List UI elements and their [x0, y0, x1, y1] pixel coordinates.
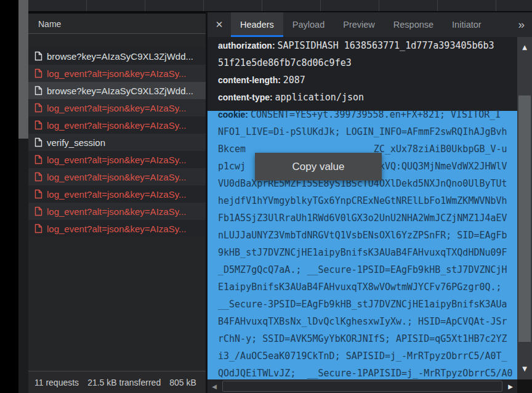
file-icon — [34, 189, 42, 199]
cookie-line: rChN-y; SSID=AVK5MGyYbKORJNIfS; APISID=q… — [208, 330, 517, 347]
scroll-down-icon[interactable]: ▼ — [517, 363, 532, 373]
details-vertical-scrollbar[interactable]: ▲ ▼ — [517, 37, 532, 379]
file-icon — [34, 103, 42, 113]
cookie-line: NFO1_LIVE=Di-pSlUKdJk; LOGIN_INFO=AFmmF2… — [208, 123, 517, 140]
request-name: log_event?alt=json&key=AIzaSy... — [47, 206, 187, 217]
file-icon — [34, 155, 42, 164]
request-name: log_event?alt=json&key=AIzaSy... — [47, 103, 187, 113]
request-name: browse?key=AIzaSyC9XL3ZjWdd... — [47, 51, 193, 62]
file-icon — [34, 172, 42, 182]
file-icon — [34, 224, 42, 233]
request-name: log_event?alt=json&key=AIzaSy... — [47, 68, 187, 79]
file-icon — [34, 51, 42, 61]
details-horizontal-scrollbar[interactable]: ◀ ▶ — [208, 379, 517, 393]
tab-label: Response — [393, 20, 433, 30]
header-value: 51f21e5de86fb7c8d06c9fe3 — [218, 57, 352, 68]
scrollbar-corner — [517, 379, 532, 393]
request-details-panel: ✕ Headers Payload Preview Response Initi… — [208, 12, 532, 393]
table-row[interactable]: log_event?alt=json&key=AIzaSy... — [28, 116, 206, 134]
headers-content: authorization: SAPISIDHASH 1638563771_1d… — [208, 37, 517, 379]
context-menu-copy-value[interactable]: Copy value — [255, 153, 382, 180]
header-name: authorization: — [218, 41, 277, 51]
scroll-up-icon[interactable]: ▲ — [517, 42, 532, 52]
file-icon — [34, 120, 42, 130]
cookie-line: _D5MZ7gQcQ7aA.; __Secure-1PSID=EAgFb9kHB… — [208, 261, 517, 278]
table-row[interactable]: log_event?alt=json&key=AIzaSy... — [28, 65, 206, 82]
page-scrollbar-thumb[interactable] — [18, 0, 28, 139]
more-tabs-icon[interactable]: » — [518, 12, 525, 37]
left-black-margin — [0, 0, 18, 393]
tab-label: Payload — [292, 20, 324, 30]
request-rows: browse?key=AIzaSyC9XL3ZjWdd... log_event… — [28, 47, 206, 237]
cookie-line: Fb1A5SjZ3UlRraUh1RWd6V0lGX3o2UnU2NHA2WmJ… — [208, 209, 517, 227]
request-name: log_event?alt=json&key=AIzaSy... — [47, 189, 187, 200]
transferred-size: 21.5 kB transferred — [87, 378, 161, 387]
network-request-panel: Name browse?key=AIzaSyC9XL3ZjWdd... log_… — [28, 12, 206, 393]
request-name: verify_session — [47, 137, 105, 148]
tab-initiator[interactable]: Initiator — [443, 12, 491, 37]
header-name: content-length: — [218, 75, 283, 85]
header-line-content-length: content-length: 2087 — [208, 71, 517, 89]
request-name: log_event?alt=json&key=AIzaSy... — [47, 120, 187, 131]
header-name: cookie: — [218, 110, 251, 120]
details-tab-bar: ✕ Headers Payload Preview Response Initi… — [208, 12, 532, 37]
header-line-content-type: content-type: application/json — [208, 89, 517, 106]
header-line-authorization-wrap: 51f21e5de86fb7c8d06c9fe3 — [208, 54, 517, 71]
resources-size: 805 kB — [169, 378, 196, 387]
tab-label: Initiator — [452, 20, 482, 30]
request-name: browse?key=AIzaSyC9XL3ZjWdd... — [47, 86, 193, 96]
tab-payload[interactable]: Payload — [283, 12, 334, 37]
file-icon — [34, 68, 42, 78]
network-overview-strip[interactable] — [28, 0, 532, 12]
file-icon — [34, 206, 42, 216]
cookie-line: cookie: CONSENT=YES+yt.399739558.en+FX+8… — [208, 106, 517, 123]
request-name: log_event?alt=json&key=AIzaSy... — [47, 155, 187, 165]
cookie-value: CONSENT=YES+yt.399739558.en+FX+821; VISI… — [251, 109, 501, 120]
header-value: application/json — [275, 92, 365, 103]
vertical-scrollbar-thumb[interactable] — [518, 95, 531, 342]
tab-label: Preview — [343, 20, 375, 30]
file-icon — [34, 137, 42, 147]
scroll-left-icon[interactable]: ◀ — [208, 379, 221, 393]
tab-response[interactable]: Response — [384, 12, 443, 37]
cookie-line: B4FAHvuxqTXBsNx_lDvQclKghesxwIyXw.; HSID… — [208, 313, 517, 330]
tab-label: Headers — [240, 20, 274, 30]
cookie-line: 9kHB_stJ7DVZNCjHE1aipyBnifsK3AUaB4FAHvux… — [208, 244, 517, 261]
request-name: log_event?alt=json&key=AIzaSy... — [47, 224, 187, 234]
table-row[interactable]: log_event?alt=json&key=AIzaSy... — [28, 99, 206, 116]
header-name: content-type: — [218, 92, 275, 102]
page-vertical-scrollbar[interactable] — [18, 0, 28, 393]
requests-count: 11 requests — [34, 378, 79, 387]
header-value: 2087 — [283, 75, 305, 86]
cookie-line: E1aipyBnifsK3AUaB4FAHvuxqTX8wVOwtmWJYCFv… — [208, 278, 517, 296]
name-column-header[interactable]: Name — [28, 12, 206, 34]
tab-headers[interactable]: Headers — [231, 12, 283, 37]
header-value: SAPISIDHASH 1638563771_1d777a393405b6b3 — [277, 40, 494, 51]
table-row-selected[interactable]: browse?key=AIzaSyC9XL3ZjWdd... — [28, 82, 206, 99]
table-row[interactable]: verify_session — [28, 134, 206, 151]
cookie-line: __Secure-3PSID=EAgFb9kHB_stJ7DVZNCjHE1ai… — [208, 296, 517, 313]
tab-preview[interactable]: Preview — [334, 12, 384, 37]
table-row[interactable]: log_event?alt=json&key=AIzaSy... — [28, 203, 206, 220]
cookie-line: i3_/AuOC5eaK0719CkTnD; SAPISID=j_-MrRTpy… — [208, 347, 517, 365]
network-summary-bar: 11 requests 21.5 kB transferred 805 kB — [28, 371, 206, 393]
header-line-authorization: authorization: SAPISIDHASH 1638563771_1d… — [208, 37, 517, 54]
table-row[interactable]: log_event?alt=json&key=AIzaSy... — [28, 185, 206, 203]
horizontal-scrollbar-thumb[interactable] — [222, 381, 502, 392]
table-row[interactable]: log_event?alt=json&key=AIzaSy... — [28, 168, 206, 185]
devtools-window: Name browse?key=AIzaSyC9XL3ZjWdd... log_… — [0, 0, 532, 393]
cookie-line: QOdJQEiTWLvJZ; __Secure-1PAPISID=j_-MrRT… — [208, 365, 517, 379]
table-row[interactable]: log_event?alt=json&key=AIzaSy... — [28, 220, 206, 237]
cookie-line: hejdfV1hYVmgyblkyTGx6YnpCRExNeGtNRElLbFo… — [208, 192, 517, 209]
table-row[interactable]: browse?key=AIzaSyC9XL3ZjWdd... — [28, 47, 206, 65]
close-icon[interactable]: ✕ — [208, 12, 231, 37]
cookie-line: nLUJJaUNYZ3VmbTdNRGVtQ1VsbENsOXl6YzZPSnF… — [208, 227, 517, 244]
file-icon — [34, 86, 42, 95]
table-row[interactable]: log_event?alt=json&key=AIzaSy... — [28, 151, 206, 168]
scroll-right-icon[interactable]: ▶ — [504, 379, 517, 393]
request-name: log_event?alt=json&key=AIzaSy... — [47, 172, 187, 182]
